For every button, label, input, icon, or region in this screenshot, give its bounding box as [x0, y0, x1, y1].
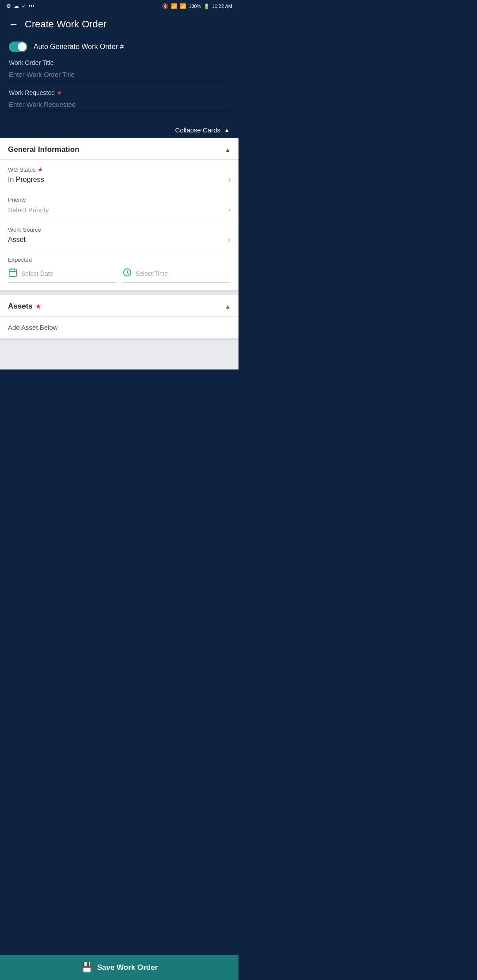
- assets-chevron: ▲: [225, 303, 231, 310]
- expected-inputs: Select Date Select Time: [8, 268, 231, 289]
- page-title: Create Work Order: [25, 19, 106, 30]
- status-right-icons: 🔇 📶 📶 100% 🔋 11:22 AM: [162, 3, 232, 9]
- mute-icon: 🔇: [162, 3, 169, 9]
- work-order-title-input[interactable]: [9, 68, 230, 81]
- signal-icon: 📶: [180, 3, 186, 9]
- assets-card: Assets ★ ▲ Add Asset Below: [0, 295, 238, 339]
- status-left-icons: ⚙ ☁ ✓ •••: [6, 3, 34, 9]
- clock-icon: [122, 268, 132, 279]
- collapse-cards-row[interactable]: Collapse Cards ▲: [0, 124, 238, 138]
- date-placeholder: Select Date: [21, 270, 53, 277]
- assets-title: Assets ★: [8, 302, 41, 311]
- cloud-icon: ☁: [14, 3, 19, 9]
- date-input-group[interactable]: Select Date: [8, 268, 116, 283]
- wo-status-value: In Progress: [8, 176, 44, 184]
- work-source-value-row[interactable]: Asset ›: [8, 236, 231, 244]
- calendar-icon: [8, 268, 18, 279]
- priority-value-row[interactable]: Select Priority ›: [8, 206, 231, 214]
- auto-generate-row: Auto Generate Work Order #: [0, 38, 238, 59]
- add-asset-row: Add Asset Below: [0, 317, 238, 339]
- general-information-title: General Information: [8, 145, 80, 154]
- expected-field: Expected Select Date: [0, 250, 238, 290]
- time-display: 11:22 AM: [212, 4, 232, 9]
- priority-field: Priority Select Priority ›: [0, 190, 238, 220]
- work-requested-input[interactable]: [9, 98, 230, 111]
- wo-status-field: WO Status ★ In Progress ›: [0, 160, 238, 190]
- header: ← Create Work Order: [0, 12, 238, 38]
- status-bar: ⚙ ☁ ✓ ••• 🔇 📶 📶 100% 🔋 11:22 AM: [0, 0, 238, 12]
- assets-required-star: ★: [35, 303, 41, 310]
- expected-label: Expected: [8, 256, 231, 263]
- settings-icon: ⚙: [6, 3, 11, 9]
- svg-rect-0: [9, 269, 17, 277]
- work-source-chevron: ›: [228, 236, 231, 244]
- wo-status-label: WO Status ★: [8, 166, 231, 173]
- work-requested-group: Work Requested ★: [9, 89, 230, 111]
- time-input-group[interactable]: Select Time: [122, 268, 231, 283]
- assets-card-header[interactable]: Assets ★ ▲: [0, 295, 238, 317]
- priority-placeholder: Select Priority: [8, 206, 49, 214]
- dark-form: Work Order Title Work Requested ★: [0, 59, 238, 124]
- battery-text: 100%: [189, 4, 201, 9]
- priority-chevron: ›: [228, 206, 231, 214]
- work-order-title-group: Work Order Title: [9, 59, 230, 81]
- battery-icon: 🔋: [204, 4, 210, 9]
- priority-label: Priority: [8, 196, 231, 203]
- work-source-value: Asset: [8, 236, 26, 244]
- collapse-arrow-icon: ▲: [224, 127, 230, 133]
- work-source-field: Work Source Asset ›: [0, 220, 238, 250]
- general-information-card: General Information ▲ WO Status ★ In Pro…: [0, 138, 238, 290]
- work-requested-label: Work Requested ★: [9, 89, 230, 96]
- time-placeholder: Select Time: [136, 270, 168, 277]
- auto-generate-label: Auto Generate Work Order #: [34, 43, 124, 51]
- wo-status-chevron: ›: [228, 176, 231, 184]
- work-order-title-label: Work Order Title: [9, 59, 230, 66]
- required-star: ★: [57, 89, 62, 96]
- wo-status-value-row[interactable]: In Progress ›: [8, 176, 231, 184]
- collapse-cards-label: Collapse Cards: [175, 126, 221, 134]
- general-information-chevron: ▲: [225, 147, 231, 153]
- wo-status-required: ★: [38, 166, 43, 173]
- auto-generate-toggle[interactable]: [9, 41, 27, 52]
- more-icon: •••: [29, 3, 34, 9]
- work-source-label: Work Source: [8, 226, 231, 233]
- wifi-icon: 📶: [171, 3, 178, 9]
- general-information-header[interactable]: General Information ▲: [0, 138, 238, 160]
- cards-container: General Information ▲ WO Status ★ In Pro…: [0, 138, 238, 369]
- back-button[interactable]: ←: [9, 19, 19, 30]
- add-asset-label: Add Asset Below: [8, 324, 58, 331]
- check-icon: ✓: [22, 3, 26, 9]
